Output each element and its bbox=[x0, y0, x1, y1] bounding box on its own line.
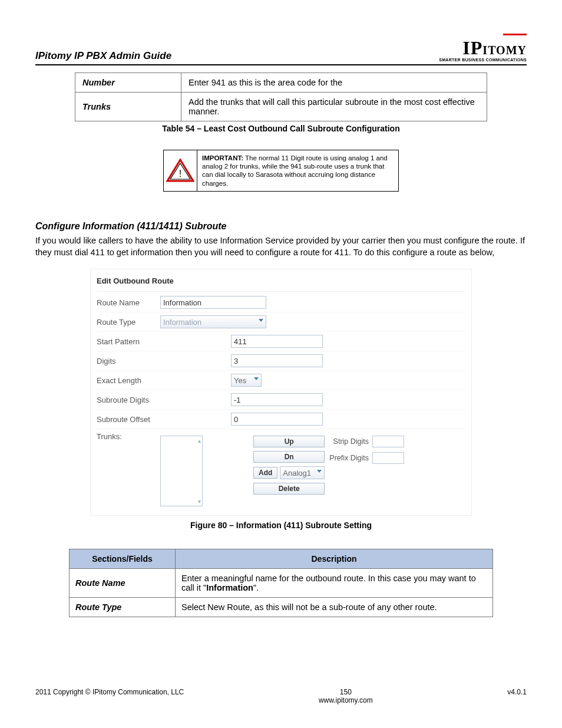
row-desc: Add the trunks that will call this parti… bbox=[181, 92, 487, 121]
start-pattern-label: Start Pattern bbox=[97, 337, 231, 346]
subroute-digits-input[interactable] bbox=[231, 393, 323, 406]
page-number: 150 bbox=[184, 688, 507, 696]
exact-length-label: Exact Length bbox=[97, 376, 231, 385]
chevron-down-icon bbox=[317, 470, 322, 473]
strip-digits-label: Strip Digits bbox=[333, 437, 369, 446]
trunks-listbox[interactable]: ▴ ▾ bbox=[160, 436, 203, 506]
add-trunk-value: Analog1 bbox=[283, 469, 311, 477]
up-button[interactable]: Up bbox=[253, 436, 325, 447]
col-header-description: Description bbox=[176, 549, 493, 569]
route-name-label: Route Name bbox=[97, 298, 160, 307]
field-desc: Select New Route, as this will not be a … bbox=[176, 598, 493, 617]
delete-button[interactable]: Delete bbox=[253, 483, 325, 495]
field-label: Route Name bbox=[70, 569, 176, 598]
row-label: Trunks bbox=[75, 92, 181, 121]
figure-caption: Figure 80 – Information (411) Subroute S… bbox=[35, 521, 527, 530]
fields-description-table: Sections/Fields Description Route Name E… bbox=[69, 549, 493, 617]
warning-icon: ! bbox=[164, 150, 197, 192]
digits-label: Digits bbox=[97, 357, 231, 365]
footer-copyright: 2011 Copyright © IPitomy Communication, … bbox=[35, 688, 184, 696]
subroute-offset-label: Subroute Offset bbox=[97, 415, 231, 424]
route-type-select[interactable]: Information bbox=[160, 315, 266, 328]
field-label: Route Type bbox=[70, 598, 176, 617]
subroute-config-table: Number Enter 941 as this is the area cod… bbox=[75, 73, 487, 121]
footer-version: v4.0.1 bbox=[507, 688, 527, 696]
exact-length-value: Yes bbox=[234, 376, 246, 385]
exact-length-select[interactable]: Yes bbox=[231, 374, 262, 387]
prefix-digits-input[interactable] bbox=[372, 452, 404, 464]
logo-text: IPITOMY bbox=[439, 38, 527, 57]
chevron-up-icon: ▴ bbox=[162, 437, 201, 444]
table-row: Trunks Add the trunks that will call thi… bbox=[75, 92, 487, 121]
edit-route-panel: Edit Outbound Route Route Name Route Typ… bbox=[90, 269, 472, 516]
down-button[interactable]: Dn bbox=[253, 451, 325, 463]
important-text: IMPORTANT: The normal 11 Digit route is … bbox=[197, 150, 398, 192]
table-row: Route Type Select New Route, as this wil… bbox=[70, 598, 493, 617]
footer-url: www.ipitomy.com bbox=[184, 696, 507, 704]
important-lead: IMPORTANT: bbox=[202, 154, 243, 162]
start-pattern-input[interactable] bbox=[231, 335, 323, 348]
field-desc: Enter a meaningful name for the outbound… bbox=[176, 569, 493, 598]
row-desc: Enter 941 as this is the area code for t… bbox=[181, 73, 487, 92]
svg-text:!: ! bbox=[179, 169, 181, 179]
add-trunk-select[interactable]: Analog1 bbox=[280, 466, 325, 479]
subroute-digits-label: Subroute Digits bbox=[97, 396, 231, 404]
digits-input[interactable] bbox=[231, 354, 323, 367]
brand-logo: IPITOMY SMARTER BUSINESS COMMUNICATIONS bbox=[439, 29, 527, 62]
add-button[interactable]: Add bbox=[253, 467, 277, 479]
prefix-digits-label: Prefix Digits bbox=[329, 454, 369, 462]
row-label: Number bbox=[75, 73, 181, 92]
route-type-value: Information bbox=[163, 318, 201, 327]
section-heading: Configure Information (411/1411) Subrout… bbox=[35, 221, 527, 232]
table-row: Number Enter 941 as this is the area cod… bbox=[75, 73, 487, 92]
col-header-fields: Sections/Fields bbox=[70, 549, 176, 569]
section-paragraph: If you would like callers to have the ab… bbox=[35, 235, 527, 258]
route-type-label: Route Type bbox=[97, 318, 160, 327]
subroute-offset-input[interactable] bbox=[231, 413, 323, 426]
chevron-down-icon bbox=[259, 319, 263, 322]
page-header: IPitomy IP PBX Admin Guide IPITOMY SMART… bbox=[35, 29, 527, 65]
table-caption: Table 54 – Least Cost Outbound Call Subr… bbox=[35, 124, 527, 133]
route-name-input[interactable] bbox=[160, 296, 266, 309]
guide-title: IPitomy IP PBX Admin Guide bbox=[35, 50, 171, 62]
strip-digits-input[interactable] bbox=[372, 436, 404, 447]
chevron-down-icon: ▾ bbox=[162, 498, 201, 505]
logo-accent-bar bbox=[503, 34, 527, 35]
logo-tagline: SMARTER BUSINESS COMMUNICATIONS bbox=[439, 58, 527, 62]
important-note: ! IMPORTANT: The normal 11 Digit route i… bbox=[163, 150, 399, 192]
panel-title: Edit Outbound Route bbox=[97, 274, 465, 292]
page-footer: 2011 Copyright © IPitomy Communication, … bbox=[35, 688, 527, 704]
table-row: Route Name Enter a meaningful name for t… bbox=[70, 569, 493, 598]
chevron-down-icon bbox=[254, 377, 259, 380]
trunks-label: Trunks: bbox=[97, 432, 160, 441]
